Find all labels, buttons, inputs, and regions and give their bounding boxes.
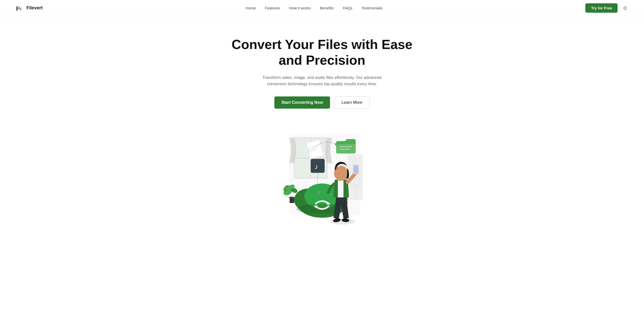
hero-buttons: Start Converting Now Learn More [274, 96, 370, 109]
svg-text:♪: ♪ [315, 163, 318, 171]
logo-text: Filevert [26, 5, 43, 11]
nav-home[interactable]: Home [246, 6, 256, 10]
logo-icon: F v [15, 4, 24, 13]
svg-text:v: v [19, 5, 22, 12]
svg-rect-49 [354, 166, 358, 173]
hero-section: Convert Your Files with Ease and Precisi… [0, 16, 644, 230]
nav-faqs[interactable]: FAQs [343, 6, 352, 10]
svg-rect-9 [294, 158, 310, 178]
try-for-free-button[interactable]: Try for Free [585, 3, 618, 13]
learn-more-button[interactable]: Learn More [334, 96, 370, 109]
nav-features[interactable]: Features [265, 6, 280, 10]
nav-right: Try for Free ⚙ [585, 3, 629, 13]
svg-point-20 [289, 197, 295, 199]
hero-title: Convert Your Files with Ease and Precisi… [226, 37, 419, 68]
nav-links: Home Features How it works Benefits FAQs… [246, 6, 382, 10]
start-converting-button[interactable]: Start Converting Now [274, 96, 330, 109]
illustration-svg: ♪ [269, 124, 375, 230]
logo-link[interactable]: F v Filevert [15, 4, 43, 13]
nav-testimonials[interactable]: Testimonials [362, 6, 383, 10]
nav-benefits[interactable]: Benefits [320, 6, 334, 10]
hero-illustration: ♪ [269, 124, 375, 230]
nav-how-it-works[interactable]: How it works [289, 6, 311, 10]
svg-rect-46 [338, 180, 343, 197]
hero-subtitle: Transform video, image, and audio files … [261, 74, 383, 87]
theme-toggle-icon[interactable]: ⚙ [622, 5, 629, 12]
navbar: F v Filevert Home Features How it works … [0, 0, 644, 16]
